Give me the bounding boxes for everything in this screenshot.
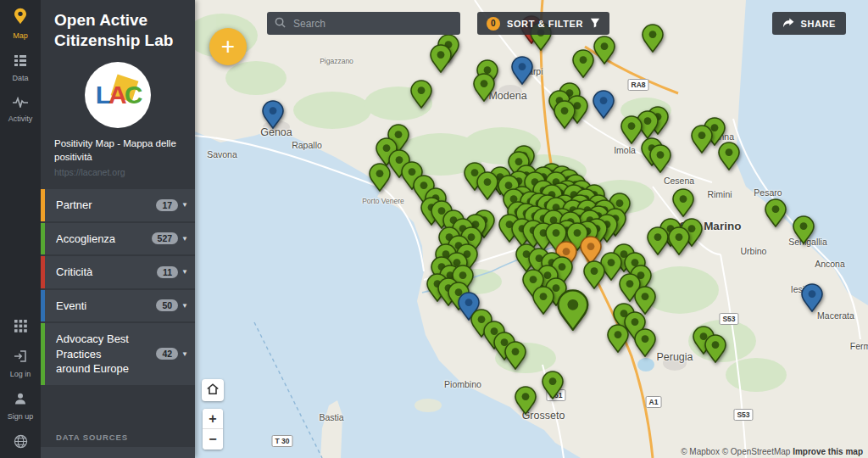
logo: LAC <box>54 62 181 128</box>
map-pin-b[interactable] <box>511 56 533 85</box>
count-badge: 42 <box>156 348 178 360</box>
chevron-down-icon: ▼ <box>181 201 188 209</box>
map-pin-g[interactable] <box>634 328 656 357</box>
rail-label: Activity <box>8 114 33 123</box>
search-box[interactable] <box>267 12 460 35</box>
map-pin-g[interactable] <box>476 171 498 200</box>
category-partner[interactable]: Partner 17▼ <box>41 189 195 221</box>
map-pin-g[interactable] <box>504 341 526 370</box>
map-pin-g[interactable] <box>718 142 740 170</box>
rail-item-language[interactable] <box>0 427 41 458</box>
map-attribution: © Mapbox © OpenStreetMap Improve this ma… <box>681 447 863 456</box>
map-pin-b[interactable] <box>801 283 823 312</box>
sidebar-header: Open Active Citizenship Lab LAC <box>41 0 195 137</box>
zoom-out-button[interactable]: − <box>203 429 223 450</box>
login-icon <box>14 349 27 366</box>
pins-layer <box>195 0 868 458</box>
share-button[interactable]: SHARE <box>772 12 846 35</box>
map-pin-g[interactable] <box>473 73 495 102</box>
map-pin-g[interactable] <box>642 24 664 53</box>
map-pin-g[interactable] <box>554 100 576 129</box>
category-eventi[interactable]: Eventi 50▼ <box>41 290 195 322</box>
map-area[interactable]: PigazzanoCarpiModenaGenoaSavonaRapalloPo… <box>195 0 868 458</box>
map-pin-g[interactable] <box>557 289 589 331</box>
map-pin-g[interactable] <box>369 163 391 192</box>
filter-icon <box>590 18 600 30</box>
category-label: Partner <box>56 198 92 213</box>
map-pin-g[interactable] <box>647 226 669 255</box>
rail-label: Map <box>13 31 28 40</box>
map-pin-g[interactable] <box>532 286 554 315</box>
sort-filter-label: SORT & FILTER <box>507 19 583 29</box>
grid-icon <box>14 320 27 336</box>
sidebar-partial-row <box>41 447 195 458</box>
count-badge: 11 <box>157 266 178 278</box>
globe-icon <box>14 434 28 452</box>
share-icon <box>782 18 794 30</box>
sort-filter-button[interactable]: 0 SORT & FILTER <box>477 12 609 35</box>
app: Map Data Activity Log in <box>0 0 868 458</box>
map-pin-g[interactable] <box>634 286 656 315</box>
map-pin-g[interactable] <box>607 324 629 353</box>
count-badge: 50 <box>156 299 178 311</box>
site-link[interactable]: https://lacanet.org <box>41 165 195 187</box>
sidebar: Open Active Citizenship Lab LAC Positivi… <box>41 0 195 458</box>
user-icon <box>14 392 27 409</box>
home-icon <box>206 383 220 398</box>
map-pin-g[interactable] <box>704 334 726 363</box>
rail-item-login[interactable]: Log in <box>0 342 41 384</box>
map-subtitle: Positivity Map - Mappa delle positività <box>41 137 195 165</box>
map-pin-b[interactable] <box>262 100 284 129</box>
rail-item-activity[interactable]: Activity <box>0 88 41 129</box>
map-pin-g[interactable] <box>691 125 713 154</box>
chevron-down-icon: ▼ <box>181 235 188 243</box>
map-pin-g[interactable] <box>430 44 452 73</box>
map-pin-g[interactable] <box>765 198 787 227</box>
category-label: Eventi <box>56 299 86 314</box>
icon-rail: Map Data Activity Log in <box>0 0 41 458</box>
chevron-down-icon: ▼ <box>181 268 188 276</box>
category-accoglienza[interactable]: Accoglienza 527▼ <box>41 223 195 255</box>
improve-map-link[interactable]: Improve this map <box>793 447 863 456</box>
map-pin-g[interactable] <box>593 36 615 64</box>
chevron-down-icon: ▼ <box>181 302 188 310</box>
count-badge: 527 <box>152 232 179 244</box>
count-badge: 17 <box>156 199 178 211</box>
rail-item-data[interactable]: Data <box>0 46 41 88</box>
home-button[interactable] <box>202 379 224 401</box>
rail-item-signup[interactable]: Sign up <box>0 384 41 427</box>
rail-label: Sign up <box>8 412 34 421</box>
map-pin-g[interactable] <box>649 144 671 173</box>
category-list: Partner 17▼ Accoglienza 527▼ Criticità 1… <box>41 189 195 387</box>
map-pin-g[interactable] <box>515 386 537 415</box>
data-sources-heading: DATA SOURCES <box>41 421 195 447</box>
map-pin-g[interactable] <box>672 188 694 217</box>
add-place-button[interactable]: + <box>209 28 247 65</box>
rail-label: Data <box>12 74 28 82</box>
zoom-control: + − <box>203 409 223 450</box>
map-pin-g[interactable] <box>572 49 594 78</box>
category-label: Advocacy Best Practices around Europe <box>56 332 137 377</box>
attribution-text: © Mapbox © OpenStreetMap <box>681 447 793 456</box>
search-input[interactable] <box>292 17 453 31</box>
chevron-down-icon: ▼ <box>181 350 188 358</box>
map-pin-b[interactable] <box>593 90 615 119</box>
rail-item-map[interactable]: Map <box>0 0 41 46</box>
zoom-in-button[interactable]: + <box>203 409 223 429</box>
activity-icon <box>13 96 28 111</box>
category-label: Criticità <box>56 265 92 280</box>
category-criticita[interactable]: Criticità 11▼ <box>41 256 195 288</box>
map-pin-icon <box>14 8 27 28</box>
rail-item-apps[interactable] <box>0 312 41 342</box>
category-advocacy[interactable]: Advocacy Best Practices around Europe 42… <box>41 323 195 385</box>
category-label: Accoglienza <box>56 232 115 247</box>
map-pin-g[interactable] <box>620 115 643 144</box>
map-pin-g[interactable] <box>583 260 605 289</box>
rail-label: Log in <box>10 370 31 378</box>
map-pin-g[interactable] <box>793 215 815 244</box>
filter-count-badge: 0 <box>487 17 500 31</box>
map-pin-g[interactable] <box>668 226 690 255</box>
map-pin-g[interactable] <box>410 80 432 109</box>
map-pin-g[interactable] <box>542 371 564 399</box>
data-icon <box>14 53 27 70</box>
